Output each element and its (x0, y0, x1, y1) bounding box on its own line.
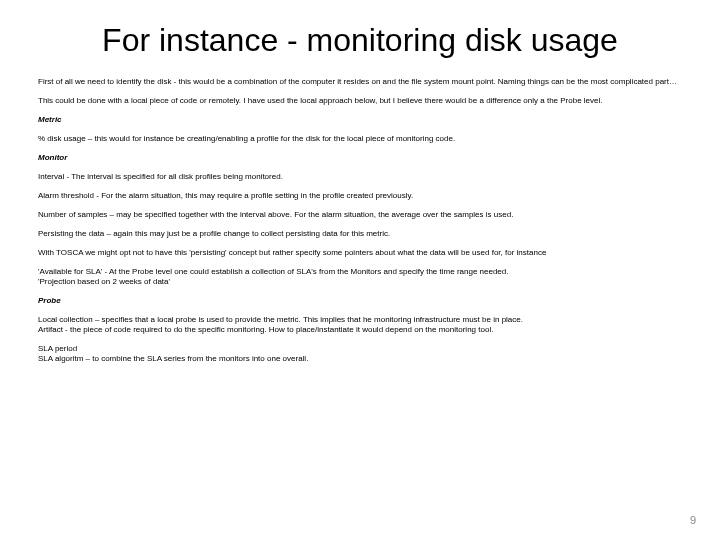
body-paragraph: Persisting the data – again this may jus… (38, 229, 682, 239)
slide: For instance - monitoring disk usage Fir… (0, 0, 720, 540)
slide-title: For instance - monitoring disk usage (38, 22, 682, 59)
body-paragraph: Interval - The interval is specified for… (38, 172, 682, 182)
body-paragraph: With TOSCA we might opt not to have this… (38, 248, 682, 258)
slide-body: First of all we need to identify the dis… (38, 77, 682, 364)
body-paragraph: 'Available for SLA' - At the Probe level… (38, 267, 682, 287)
body-paragraph: % disk usage – this would for instance b… (38, 134, 682, 144)
body-paragraph: First of all we need to identify the dis… (38, 77, 682, 87)
page-number: 9 (690, 514, 696, 526)
section-heading-monitor: Monitor (38, 153, 682, 163)
body-paragraph: SLA periodSLA algoritm – to combine the … (38, 344, 682, 364)
section-heading-probe: Probe (38, 296, 682, 306)
body-paragraph: Number of samples – may be specified tog… (38, 210, 682, 220)
body-paragraph: Alarm threshold - For the alarm situatio… (38, 191, 682, 201)
body-paragraph: Local collection – specifies that a loca… (38, 315, 682, 335)
body-paragraph: This could be done with a local piece of… (38, 96, 682, 106)
section-heading-metric: Metric (38, 115, 682, 125)
